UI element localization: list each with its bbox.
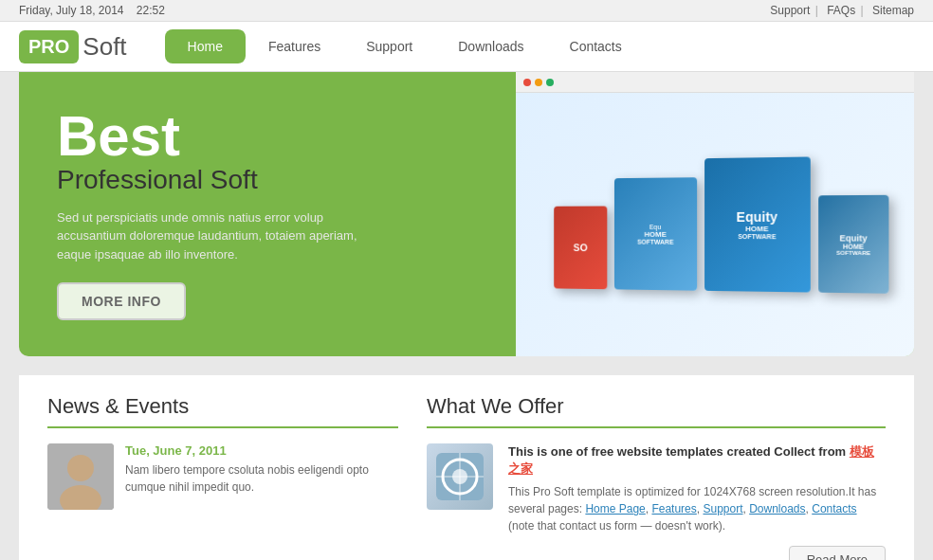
box-large: Equity HOME SOFTWARE xyxy=(704,156,811,292)
sitemap-link[interactable]: Sitemap xyxy=(872,4,914,17)
nav-support[interactable]: Support xyxy=(343,29,435,63)
logo-pro: PRO xyxy=(19,30,79,63)
offer-section-title: What We Offer xyxy=(427,394,886,428)
news-avatar xyxy=(47,443,114,510)
read-more-row: Read More xyxy=(508,546,886,560)
header: PRO Soft Home Features Support Downloads… xyxy=(0,22,933,72)
software-boxes-area: SO Equ HOME SOFTWARE Equity HOME SOFTWAR… xyxy=(516,93,914,356)
hero-image: SO Equ HOME SOFTWARE Equity HOME SOFTWAR… xyxy=(516,72,914,356)
date-time: Friday, July 18, 2014 22:52 xyxy=(19,4,165,17)
news-text: Nam libero tempore csoluta nobis eeligen… xyxy=(125,461,398,496)
more-info-button[interactable]: MORE INFO xyxy=(57,282,186,320)
offer-title-text: This is one of free website templates cr… xyxy=(508,444,846,459)
offer-section: What We Offer This is one of free websit… xyxy=(427,394,886,560)
news-section: News & Events Tue, June 7, 2011 Nam libe… xyxy=(47,394,398,560)
offer-desc-2: (note that contact us form — doesn't wor… xyxy=(508,519,725,533)
minimize-dot xyxy=(535,79,542,86)
news-item: Tue, June 7, 2011 Nam libero tempore cso… xyxy=(47,443,398,510)
sep2: | xyxy=(861,4,864,17)
svg-point-1 xyxy=(67,455,94,481)
time: 22:52 xyxy=(137,4,165,17)
offer-item: This is one of free website templates cr… xyxy=(427,443,886,560)
nav-downloads[interactable]: Downloads xyxy=(435,29,546,63)
box-red: SO xyxy=(554,206,607,289)
sep1: | xyxy=(815,4,818,17)
offer-link-home[interactable]: Home Page xyxy=(585,502,645,515)
news-body: Tue, June 7, 2011 Nam libero tempore cso… xyxy=(125,443,398,496)
box-small: Equity HOME SOFTWARE xyxy=(818,195,888,294)
avatar-svg xyxy=(47,443,114,510)
nav-contacts[interactable]: Contacts xyxy=(547,29,645,63)
top-bar: Friday, July 18, 2014 22:52 Support | FA… xyxy=(0,0,933,22)
top-links: Support | FAQs | Sitemap xyxy=(766,4,914,17)
hero-title-sub: Professional Soft xyxy=(57,165,389,195)
offer-link-features[interactable]: Features xyxy=(651,502,696,515)
faqs-link[interactable]: FAQs xyxy=(827,4,855,17)
window-chrome xyxy=(516,72,914,93)
logo: PRO Soft xyxy=(19,30,127,63)
offer-title: This is one of free website templates cr… xyxy=(508,443,886,478)
box-main: Equ HOME SOFTWARE xyxy=(614,177,697,291)
hero-banner: Best Professional Soft Sed ut perspiciat… xyxy=(19,72,914,356)
date: Friday, July 18, 2014 xyxy=(19,4,124,17)
logo-soft: Soft xyxy=(82,32,126,62)
offer-body: This is one of free website templates cr… xyxy=(508,443,886,560)
support-link[interactable]: Support xyxy=(770,4,810,17)
close-dot xyxy=(523,79,531,86)
content-area: News & Events Tue, June 7, 2011 Nam libe… xyxy=(19,375,914,560)
avatar-image xyxy=(47,443,114,510)
read-more-button[interactable]: Read More xyxy=(789,546,886,560)
offer-description: This Pro Soft template is optimized for … xyxy=(508,483,886,534)
offer-link-contacts[interactable]: Contacts xyxy=(812,502,856,515)
nav-home[interactable]: Home xyxy=(165,29,246,63)
hero-content: Best Professional Soft Sed ut perspiciat… xyxy=(19,80,427,350)
main-nav: Home Features Support Downloads Contacts xyxy=(165,29,645,63)
hero-title-best: Best xyxy=(57,108,389,165)
offer-icon xyxy=(427,443,493,510)
maximize-dot xyxy=(546,79,554,86)
offer-link-downloads[interactable]: Downloads xyxy=(749,502,805,515)
nav-features[interactable]: Features xyxy=(246,29,343,63)
offer-product-icon xyxy=(431,448,488,505)
hero-description: Sed ut perspiciatis unde omnis natius er… xyxy=(57,208,389,264)
software-boxes: SO Equ HOME SOFTWARE Equity HOME SOFTWAR… xyxy=(537,135,909,314)
news-date: Tue, June 7, 2011 xyxy=(125,443,398,458)
offer-link-support[interactable]: Support xyxy=(703,502,742,515)
news-section-title: News & Events xyxy=(47,394,398,428)
